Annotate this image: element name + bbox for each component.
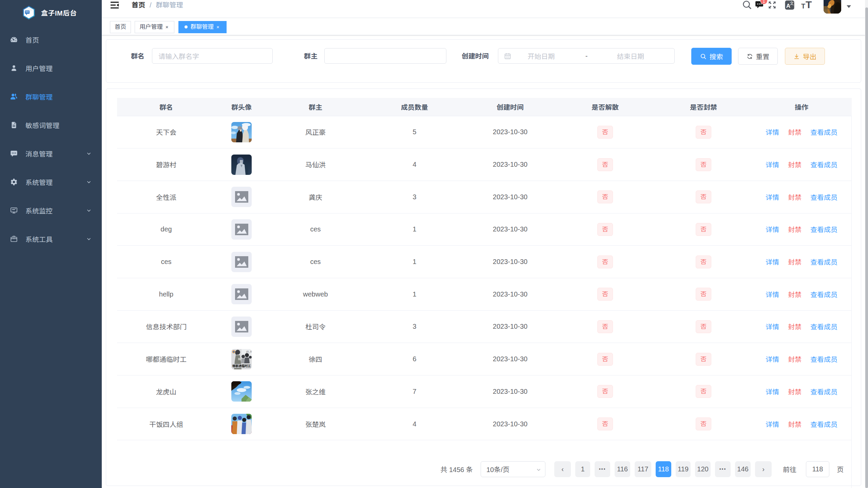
svg-text:哪都通临时工: 哪都通临时工: [232, 364, 251, 368]
svg-text:(0_0): (0_0): [246, 350, 252, 353]
svg-text:文: 文: [790, 0, 794, 6]
